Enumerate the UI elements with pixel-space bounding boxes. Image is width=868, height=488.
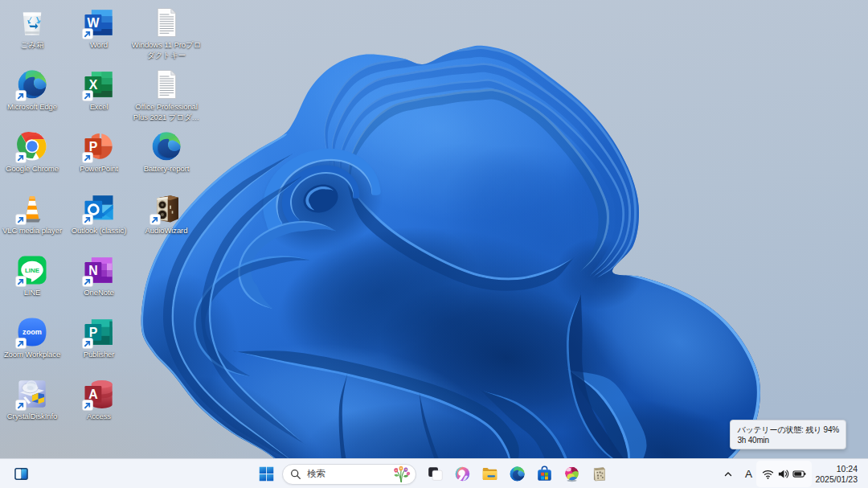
textfile-icon bbox=[150, 68, 182, 100]
desktop-icon-label: CrystalDiskInfo bbox=[0, 412, 68, 422]
widgets-button[interactable] bbox=[7, 461, 35, 487]
taskbar: 検索 A 10:24 2025/01/23 bbox=[0, 458, 868, 488]
desktop-icon-microsoft-edge[interactable]: Microsoft Edge bbox=[0, 68, 64, 113]
store-icon bbox=[536, 465, 553, 482]
shortcut-arrow-icon bbox=[15, 276, 27, 287]
desktop-icon-label: VLC media player bbox=[0, 226, 68, 236]
desktop-icon-access[interactable]: Access bbox=[67, 378, 131, 422]
desktop-icon-onenote[interactable]: OneNote bbox=[67, 254, 131, 298]
edge-icon bbox=[509, 465, 526, 482]
start-button[interactable] bbox=[252, 461, 280, 487]
desktop-icon-label: Windows 11 Proプロダクトキー bbox=[131, 40, 202, 60]
desktop-icon-label: ごみ箱 bbox=[0, 40, 68, 51]
taskbar-pinned-color-sphere-app[interactable] bbox=[558, 461, 585, 487]
ime-mode-button[interactable]: A bbox=[742, 461, 755, 487]
copilot-icon bbox=[454, 465, 471, 482]
taskbar-pinned-copilot[interactable] bbox=[448, 461, 476, 487]
desktop-icon-battery-report[interactable]: Battery-report bbox=[134, 130, 199, 174]
wifi-icon bbox=[762, 468, 774, 480]
desktop-icon-word[interactable]: Word bbox=[67, 6, 131, 51]
search-placeholder: 検索 bbox=[307, 468, 391, 480]
desktop-icon-recycle-bin[interactable]: ごみ箱 bbox=[0, 6, 64, 51]
clock-time: 10:24 bbox=[815, 464, 858, 474]
desktop-icon-excel[interactable]: Excel bbox=[67, 68, 131, 113]
shortcut-arrow-icon bbox=[82, 152, 93, 163]
shortcut-arrow-icon bbox=[82, 338, 93, 349]
taskbar-pinned-edge[interactable] bbox=[503, 461, 530, 487]
shortcut-arrow-icon bbox=[82, 276, 93, 287]
clock-button[interactable]: 10:24 2025/01/23 bbox=[815, 464, 858, 484]
deskcal-icon bbox=[591, 465, 608, 482]
search-highlight-flowers-icon bbox=[391, 465, 411, 483]
shortcut-arrow-icon bbox=[149, 214, 161, 225]
explorer-icon bbox=[481, 465, 498, 482]
desktop-icon-label: LINE bbox=[0, 288, 68, 298]
recycle-bin-icon bbox=[16, 6, 48, 39]
shortcut-arrow-icon bbox=[15, 152, 27, 163]
desktop-icon-label: Access bbox=[63, 412, 134, 422]
volume-icon bbox=[777, 468, 789, 480]
battery-tooltip-line2: 3h 40min bbox=[737, 435, 839, 445]
taskbar-pinned-calendar-app[interactable] bbox=[585, 461, 612, 487]
desktop-icon-powerpoint[interactable]: PowerPoint bbox=[67, 130, 131, 174]
shortcut-arrow-icon bbox=[15, 338, 27, 349]
desktop-icon-label: Outlook (classic) bbox=[63, 226, 134, 236]
desktop-icon-line[interactable]: LINE bbox=[0, 254, 64, 298]
shortcut-arrow-icon bbox=[82, 400, 93, 411]
desktop-icon-label: Office Professional Plus 2021 プロダクト... bbox=[131, 102, 202, 122]
shortcut-arrow-icon bbox=[82, 214, 93, 225]
battery-tooltip: バッテリーの状態: 残り 94% 3h 40min bbox=[730, 420, 846, 449]
taskview-icon bbox=[427, 465, 444, 482]
system-tray-button[interactable] bbox=[756, 461, 812, 487]
sphere-icon bbox=[563, 465, 580, 482]
desktop-icon-label: PowerPoint bbox=[63, 164, 134, 174]
desktop-icon-label: Publisher bbox=[63, 350, 134, 360]
battery-tooltip-line1: バッテリーの状態: 残り 94% bbox=[737, 424, 839, 435]
desktop-icon-label: AudioWizard bbox=[131, 226, 202, 236]
taskbar-pinned-task-view[interactable] bbox=[421, 461, 448, 487]
shortcut-arrow-icon bbox=[82, 90, 93, 101]
desktop-icon-label: Battery-report bbox=[131, 164, 202, 174]
search-box[interactable]: 検索 bbox=[282, 464, 416, 485]
tray-overflow-button[interactable] bbox=[722, 461, 735, 487]
desktop-icon-publisher[interactable]: Publisher bbox=[67, 316, 131, 360]
windows-logo-icon bbox=[258, 465, 275, 482]
edge-icon bbox=[150, 130, 182, 162]
clock-date: 2025/01/23 bbox=[815, 474, 858, 485]
desktop-icon-office-product-key[interactable]: Office Professional Plus 2021 プロダクト... bbox=[134, 68, 199, 122]
shortcut-arrow-icon bbox=[15, 90, 27, 101]
desktop-icon-label: Excel bbox=[63, 102, 134, 113]
desktop-icon-label: Word bbox=[63, 40, 134, 51]
chevron-up-icon bbox=[723, 470, 733, 479]
desktop-icon-label: OneNote bbox=[63, 288, 134, 298]
battery-icon bbox=[792, 468, 806, 480]
ime-mode-label: A bbox=[745, 468, 752, 480]
desktop-icon-vlc[interactable]: VLC media player bbox=[0, 192, 64, 236]
taskbar-pinned-file-explorer[interactable] bbox=[476, 461, 503, 487]
desktop-icon-label: Microsoft Edge bbox=[0, 102, 68, 113]
shortcut-arrow-icon bbox=[15, 214, 27, 225]
desktop-icon-label: Google Chrome bbox=[0, 164, 68, 174]
widgets-icon bbox=[13, 465, 30, 482]
taskbar-pinned-microsoft-store[interactable] bbox=[530, 461, 558, 487]
desktop-icon-zoom[interactable]: Zoom Workplace bbox=[0, 316, 64, 360]
desktop: ごみ箱WordWindows 11 ProプロダクトキーMicrosoft Ed… bbox=[0, 0, 868, 488]
desktop-icon-audiowizard[interactable]: AudioWizard bbox=[134, 192, 199, 236]
desktop-icon-win11-product-key[interactable]: Windows 11 Proプロダクトキー bbox=[134, 6, 199, 60]
textfile-icon bbox=[150, 6, 182, 39]
desktop-icon-grid: ごみ箱WordWindows 11 ProプロダクトキーMicrosoft Ed… bbox=[0, 0, 209, 434]
shortcut-arrow-icon bbox=[82, 28, 93, 39]
desktop-icon-outlook[interactable]: Outlook (classic) bbox=[67, 192, 131, 236]
search-icon bbox=[290, 469, 301, 480]
shortcut-arrow-icon bbox=[15, 400, 27, 411]
desktop-icon-label: Zoom Workplace bbox=[0, 350, 68, 360]
desktop-icon-crystaldiskinfo[interactable]: CrystalDiskInfo bbox=[0, 378, 64, 422]
desktop-icon-google-chrome[interactable]: Google Chrome bbox=[0, 130, 64, 174]
